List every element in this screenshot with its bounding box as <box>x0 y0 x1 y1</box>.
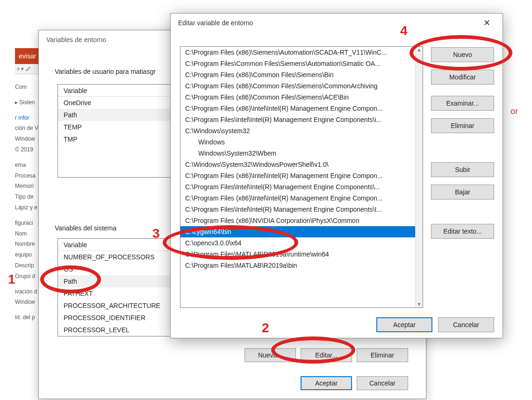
close-icon[interactable]: ✕ <box>477 18 496 28</box>
user-vars-group-label: Variables de usuario para matiasgr <box>53 68 158 75</box>
path-row[interactable]: C:\Program Files (x86)\Common Files\Siem… <box>180 69 423 80</box>
aceptar-child-button[interactable]: Aceptar <box>376 317 432 332</box>
path-row[interactable]: C:\Program Files (x86)\Intel\Intel(R) Ma… <box>180 103 423 114</box>
path-row[interactable]: C:\Program Files\Common Files\Siemens\Au… <box>180 58 423 69</box>
path-row[interactable]: C:\Program Files (x86)\Common Files\Siem… <box>180 92 423 103</box>
path-row[interactable]: C:\opencv3.0.0\x64 <box>180 237 423 249</box>
path-list[interactable]: C:\Program Files (x86)\Siemens\Automatio… <box>180 46 423 308</box>
annotation-number-1: 1 <box>8 272 15 287</box>
path-row[interactable]: C:\Program Files\MATLAB\R2019a\bin <box>180 260 423 271</box>
path-row[interactable]: C:\Program Files (x86)\Siemens\Automatio… <box>180 47 423 58</box>
modificar-button[interactable]: Modificar <box>431 70 494 85</box>
path-row[interactable]: C:\Program Files (x86)\NVIDIA Corporatio… <box>180 215 423 226</box>
path-row[interactable]: C:\Program Files (x86)\Intel\Intel(R) Ma… <box>180 170 423 181</box>
aceptar-button[interactable]: Aceptar <box>301 376 352 390</box>
nueva-button[interactable]: Nueva... <box>244 348 296 362</box>
subir-button[interactable]: Subir <box>431 162 494 177</box>
path-row[interactable]: C:\Program Files\Intel\Intel(R) Manageme… <box>180 181 423 193</box>
system-vars-group-label: Variables del sistema <box>53 224 118 232</box>
editar-texto-button[interactable]: Editar texto... <box>431 224 494 239</box>
cancelar-button[interactable]: Cancelar <box>357 376 408 390</box>
cancelar-child-button[interactable]: Cancelar <box>438 317 494 332</box>
examinar-button[interactable]: Examinar... <box>431 96 494 111</box>
path-row[interactable]: C:\Program Files\Intel\Intel(R) Manageme… <box>180 204 423 215</box>
bajar-button[interactable]: Bajar <box>431 185 494 200</box>
scrollbar[interactable] <box>415 47 423 307</box>
path-row[interactable]: C:\Program Files (x86)\Common Files\Siem… <box>180 80 423 92</box>
path-row[interactable]: C:\Program Files\MATLAB\R2019a\runtime\w… <box>180 249 423 260</box>
path-row[interactable]: Windows <box>180 136 423 148</box>
eliminar-path-button[interactable]: Eliminar <box>431 118 494 133</box>
path-row[interactable]: C:\Windows\System32\WindowsPowerShell\v1… <box>180 159 423 170</box>
edit-env-var-window: Editar variable de entorno ✕ C:\Program … <box>170 13 503 338</box>
path-row[interactable]: C:\Program Files\Intel\Intel(R) Manageme… <box>180 114 423 125</box>
eliminar-button[interactable]: Eliminar <box>357 348 408 362</box>
path-row[interactable]: Windows\System32\Wbem <box>180 148 423 159</box>
nuevo-button[interactable]: Nuevo <box>431 47 494 62</box>
path-row[interactable]: C:\cygwin64\bin <box>180 226 423 237</box>
bg-right-fragment: or <box>510 107 518 116</box>
path-row[interactable]: C:\Program Files (x86)\Intel\Intel(R) Ma… <box>180 193 423 204</box>
edit-env-var-title: Editar variable de entorno <box>178 19 253 27</box>
editar-button[interactable]: Editar... <box>301 348 352 362</box>
path-row[interactable]: C:\Windows\system32 <box>180 125 423 136</box>
